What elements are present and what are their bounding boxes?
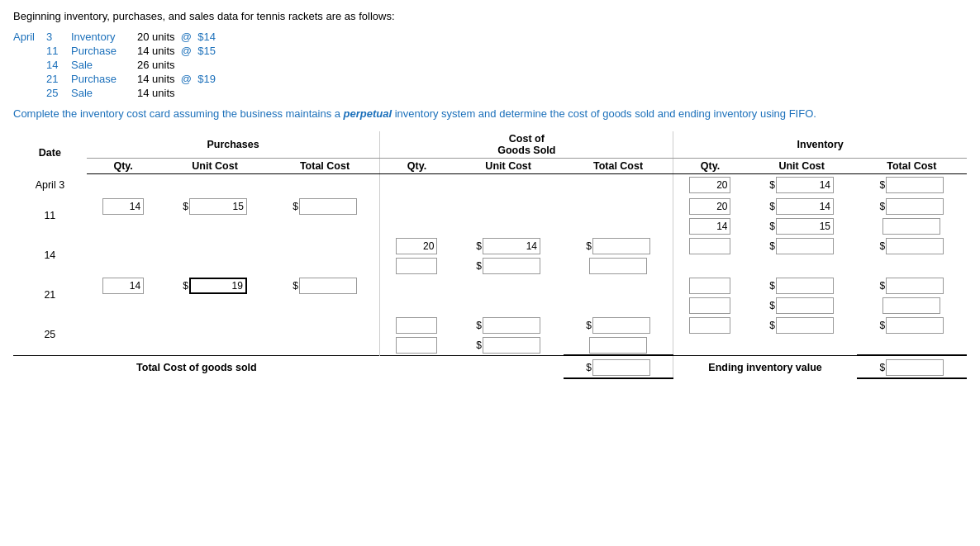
cogs-total-footer: $ [564,355,673,378]
inv-total-input-21b[interactable] [882,297,940,314]
inv-qty-25b [673,336,747,355]
cogs-total-footer-spacer [380,355,564,378]
ending-inv-total-input[interactable] [886,359,944,376]
cogs-qty-input-25b[interactable] [396,337,437,354]
cogs-unit-input-25b[interactable] [483,337,540,354]
inv-unit-input-25a[interactable] [776,317,834,334]
purchases-qty-11b [87,217,160,235]
purchases-qty-11 [87,196,160,217]
inv-total-14: $ [857,235,967,257]
cogs-unit-21b [454,297,564,315]
inv-total-input-21a[interactable] [886,278,944,294]
purchases-unit-input-11[interactable] [189,198,247,215]
inv-qty-april3 [673,174,747,197]
inv-total-25b [857,336,967,355]
inv-qty-input-21b[interactable] [689,297,730,314]
cogs-total-input-25a[interactable] [592,317,650,334]
cogs-total-footer-input[interactable] [592,359,650,376]
inv-unit-14: $ [747,235,857,257]
cogs-qty-14b [380,257,454,275]
inv-total-input-14[interactable] [886,238,944,254]
inv-qty-input-25a[interactable] [689,317,730,334]
cogs-total-14a: $ [564,235,673,257]
cogs-total-21b [564,297,673,315]
detail-purchase-11: 14 units @ $15 [137,45,216,57]
purchases-qty-21b [87,297,160,315]
cogs-qty-11b [380,217,454,235]
inv-total-11a: $ [857,196,967,217]
inv-total-input-11b[interactable] [882,218,940,235]
ending-inv-label: Ending inventory value [673,355,857,378]
cogs-unit-input-25a[interactable] [483,317,540,334]
inv-qty-11a [673,196,747,217]
cogs-qty-input-25a[interactable] [396,317,437,334]
type-inventory: Inventory [71,31,137,43]
cogs-total-11 [564,196,673,217]
purchases-unit-21b [160,297,270,315]
purchases-total-april3 [270,174,380,197]
detail-purchase-21: 14 units @ $19 [137,73,216,85]
ending-inv-total: $ [857,355,967,378]
table-row-21a: 21 $ $ $ [13,275,967,297]
cogs-total-input-25b[interactable] [589,337,647,354]
table-row-11b: $ [13,217,967,235]
inv-qty-11b [673,217,747,235]
inv-unit-input-14[interactable] [776,238,834,254]
inv-qty-input-11a[interactable] [689,198,730,215]
cogs-total-april3 [564,174,673,197]
inv-total-input-11a[interactable] [886,198,944,215]
cogs-qty-21b [380,297,454,315]
header-cogs-total: Total Cost [564,159,673,174]
purchases-qty-input-21[interactable] [102,278,144,294]
month-label: April [13,31,46,43]
inv-qty-input-april3[interactable] [689,177,730,193]
purchases-qty-input-11[interactable] [102,198,144,215]
inv-total-21b [857,297,967,315]
header-inv-qty: Qty. [673,159,747,174]
cogs-qty-input-14b[interactable] [396,258,437,274]
purchases-unit-input-21[interactable] [189,278,247,294]
inv-qty-input-11b[interactable] [689,218,730,235]
purchases-qty-14b [87,257,160,275]
header-date: Date [13,131,87,174]
header-purchases-total: Total Cost [270,159,380,174]
cogs-qty-input-14a[interactable] [396,238,437,254]
inv-qty-input-21a[interactable] [689,278,730,294]
cogs-qty-21a [380,275,454,297]
purchases-unit-21: $ [160,275,270,297]
date-25: 25 [13,315,87,355]
type-sale-14: Sale [71,59,137,71]
inv-unit-input-11a[interactable] [776,198,834,215]
inv-unit-input-11b[interactable] [776,218,834,235]
inv-total-25a: $ [857,315,967,336]
table-row-14a: 14 $ $ $ [13,235,967,257]
inv-unit-input-21b[interactable] [776,297,834,314]
purchases-total-25 [270,315,380,336]
inv-unit-input-april3[interactable] [776,177,834,193]
intro-description: Beginning inventory, purchases, and sale… [13,10,967,22]
date-14: 14 [13,235,87,275]
inv-total-input-25a[interactable] [886,317,944,334]
cogs-unit-input-14b[interactable] [483,258,540,274]
day-21: 21 [46,73,71,85]
inv-total-input-april3[interactable] [886,177,944,193]
cogs-unit-21a [454,275,564,297]
cogs-unit-25a: $ [454,315,564,336]
cogs-total-input-14b[interactable] [589,258,647,274]
cogs-total-input-14a[interactable] [592,238,650,254]
cogs-total-11b [564,217,673,235]
inv-qty-input-14[interactable] [689,238,730,254]
purchases-total-input-21[interactable] [299,278,357,294]
purchases-total-25b [270,336,380,355]
inv-qty-14 [673,235,747,257]
date-21: 21 [13,275,87,315]
cogs-qty-25b [380,336,454,355]
inv-unit-april3: $ [747,174,857,197]
inv-total-11b [857,217,967,235]
day-11: 11 [46,45,71,57]
purchases-total-input-11[interactable] [299,198,357,215]
inv-unit-input-21a[interactable] [776,278,834,294]
cogs-unit-input-14a[interactable] [483,238,540,254]
purchases-total-14b [270,257,380,275]
date-11: 11 [13,196,87,235]
